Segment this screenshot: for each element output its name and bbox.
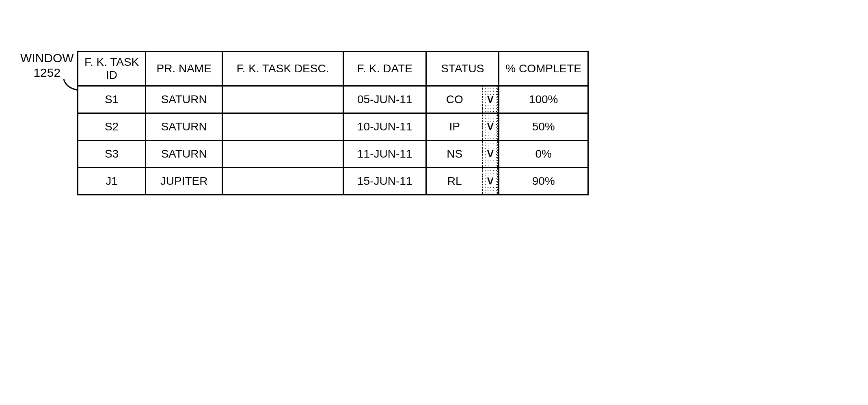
status-dropdown-button[interactable]: V	[482, 113, 499, 141]
figure-container: WINDOW 1252 F. K. TASK ID PR. NAME F. K.…	[20, 51, 589, 195]
cell-task-desc	[222, 113, 343, 141]
header-row: F. K. TASK ID PR. NAME F. K. TASK DESC. …	[78, 52, 588, 86]
col-header-date: F. K. DATE	[343, 52, 426, 86]
window-label-line2: 1252	[33, 66, 60, 79]
cell-pr-name: JUPITER	[146, 168, 222, 195]
cell-pr-name: SATURN	[146, 86, 222, 113]
cell-pr-name: SATURN	[146, 141, 222, 168]
cell-task-id: J1	[78, 168, 146, 195]
cell-pct: 90%	[499, 168, 588, 195]
cell-date: 10-JUN-11	[343, 113, 426, 141]
chevron-down-icon: V	[487, 149, 494, 159]
table-row: S1 SATURN 05-JUN-11 CO V 100%	[78, 86, 588, 113]
cell-status: IP	[426, 113, 482, 141]
cell-pct: 100%	[499, 86, 588, 113]
cell-date: 15-JUN-11	[343, 168, 426, 195]
col-header-status: STATUS	[426, 52, 499, 86]
cell-status: RL	[426, 168, 482, 195]
task-table-body: S1 SATURN 05-JUN-11 CO V 100% S2 SATURN …	[78, 86, 588, 195]
window-label-line1: WINDOW	[20, 51, 74, 65]
cell-pct: 0%	[499, 141, 588, 168]
cell-pct: 50%	[499, 113, 588, 141]
col-header-pr-name: PR. NAME	[146, 52, 222, 86]
task-table-header: F. K. TASK ID PR. NAME F. K. TASK DESC. …	[78, 52, 588, 86]
cell-task-desc	[222, 86, 343, 113]
cell-date: 05-JUN-11	[343, 86, 426, 113]
cell-status: CO	[426, 86, 482, 113]
status-dropdown-button[interactable]: V	[482, 141, 499, 168]
chevron-down-icon: V	[487, 95, 494, 104]
status-dropdown-button[interactable]: V	[482, 86, 499, 113]
table-row: S3 SATURN 11-JUN-11 NS V 0%	[78, 141, 588, 168]
status-dropdown-button[interactable]: V	[482, 168, 499, 195]
cell-pr-name: SATURN	[146, 113, 222, 141]
table-row: J1 JUPITER 15-JUN-11 RL V 90%	[78, 168, 588, 195]
col-header-task-desc: F. K. TASK DESC.	[222, 52, 343, 86]
cell-date: 11-JUN-11	[343, 141, 426, 168]
callout-line	[59, 68, 140, 117]
cell-status: NS	[426, 141, 482, 168]
task-table: F. K. TASK ID PR. NAME F. K. TASK DESC. …	[77, 51, 589, 195]
cell-task-desc	[222, 168, 343, 195]
table-row: S2 SATURN 10-JUN-11 IP V 50%	[78, 113, 588, 141]
cell-task-id: S2	[78, 113, 146, 141]
cell-task-desc	[222, 141, 343, 168]
cell-task-id: S3	[78, 141, 146, 168]
chevron-down-icon: V	[487, 176, 494, 186]
col-header-pct: % COMPLETE	[499, 52, 588, 86]
task-table-window: F. K. TASK ID PR. NAME F. K. TASK DESC. …	[77, 51, 589, 195]
chevron-down-icon: V	[487, 122, 494, 132]
